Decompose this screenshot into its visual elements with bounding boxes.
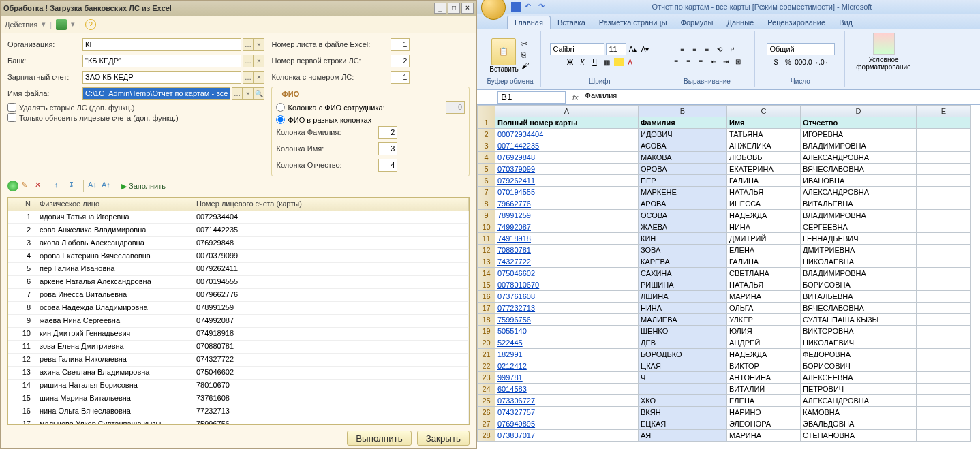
cell[interactable]: НАДЕЖДА — [727, 349, 801, 360]
cell[interactable]: НАТАЛЬЯ — [727, 279, 801, 291]
row-header[interactable]: 9 — [478, 210, 495, 221]
dec-indent-icon[interactable]: ⇤ — [708, 56, 719, 67]
cell[interactable]: 076929848 — [495, 152, 639, 164]
table-row[interactable]: 10кин Дмитрий Геннадьевич074918918 — [8, 328, 469, 341]
cell[interactable]: 0071442235 — [495, 140, 639, 152]
cell[interactable]: 70880781 — [495, 245, 639, 256]
cell[interactable]: МАКОВА — [639, 152, 727, 164]
cell[interactable]: ОСОВА — [639, 210, 727, 221]
sort-desc-icon[interactable]: A↑ — [102, 181, 112, 191]
input-first-row[interactable]: 2 — [391, 55, 410, 67]
open-file-icon[interactable]: 🔍 — [254, 87, 264, 100]
chk-delete-old[interactable] — [7, 103, 16, 112]
row-header[interactable]: 5 — [478, 164, 495, 175]
cell[interactable]: ОРОВА — [639, 164, 727, 175]
header-cell[interactable] — [917, 117, 971, 129]
table-row[interactable]: 2сова Анжелика Владимировна0071442235 — [8, 224, 469, 237]
row-header[interactable]: 14 — [478, 268, 495, 279]
cell[interactable] — [917, 268, 971, 279]
row-header[interactable]: 21 — [478, 349, 495, 360]
font-name-select[interactable] — [550, 43, 604, 55]
cell[interactable]: ИГОРЕВНА — [801, 129, 917, 140]
radio-fio-multi[interactable] — [276, 115, 285, 124]
cell[interactable] — [917, 140, 971, 152]
cell[interactable] — [917, 221, 971, 233]
cell[interactable] — [917, 349, 971, 360]
font-color-icon[interactable]: A — [625, 57, 636, 67]
radio-fio-single[interactable] — [276, 103, 285, 112]
cell[interactable]: БОРИСОВИЧ — [801, 360, 917, 372]
cell[interactable]: ВИТАЛИЙ — [727, 384, 801, 395]
cell[interactable]: ЕЦКАЯ — [639, 418, 727, 430]
input-salary-acc[interactable]: ЗАО КБ КЕДР — [82, 71, 241, 84]
cell[interactable] — [917, 175, 971, 187]
cell[interactable] — [917, 430, 971, 442]
align-mid-icon[interactable]: ≡ — [690, 44, 701, 55]
cell[interactable]: ОЛЬГА — [727, 303, 801, 314]
row-header[interactable]: 17 — [478, 303, 495, 314]
table-row[interactable]: 5пер Галина Ивановна0079262411 — [8, 263, 469, 276]
row-header[interactable]: 25 — [478, 395, 495, 407]
cell[interactable]: БОРИСОВНА — [801, 279, 917, 291]
input-col-ls[interactable]: 1 — [391, 71, 410, 84]
cell[interactable]: НИНА — [639, 303, 727, 314]
cell[interactable]: 6014583 — [495, 384, 639, 395]
tab-Разметка страницы[interactable]: Разметка страницы — [592, 16, 674, 29]
tab-Главная[interactable]: Главная — [507, 16, 551, 29]
align-top-icon[interactable]: ≡ — [677, 44, 688, 55]
cell[interactable]: ВИТАЛЬЕВНА — [801, 198, 917, 210]
cell[interactable]: ЗОВА — [639, 245, 727, 256]
cell[interactable]: КАМОВНА — [801, 407, 917, 418]
row-header[interactable]: 23 — [478, 372, 495, 384]
col-header-n[interactable]: N — [8, 198, 35, 211]
cell[interactable]: АЛЕКСАНДРОВНА — [801, 152, 917, 164]
copy-icon[interactable]: ⎘ — [521, 50, 531, 60]
cell[interactable]: ЖАЕВА — [639, 221, 727, 233]
cell[interactable] — [917, 372, 971, 384]
currency-icon[interactable]: $ — [771, 57, 782, 67]
cell[interactable]: 0078010670 — [495, 279, 639, 291]
cell[interactable]: 073306727 — [495, 395, 639, 407]
cell[interactable] — [917, 279, 971, 291]
clear-bank-button[interactable]: × — [254, 55, 264, 67]
italic-icon[interactable]: К — [577, 57, 588, 67]
move-up-icon[interactable]: ↕ — [55, 181, 65, 191]
cell[interactable]: ЭВАЛЬДОВНА — [801, 418, 917, 430]
row-header[interactable]: 27 — [478, 418, 495, 430]
grid-body[interactable]: 1идович Татьяна Игоревна00729344042сова … — [8, 211, 469, 424]
cell[interactable]: МАРКЕНЕ — [639, 187, 727, 198]
cell[interactable]: БОРОДЬКО — [639, 349, 727, 360]
cell[interactable]: АЛЕКСАНДРОВНА — [801, 187, 917, 198]
row-header[interactable]: 7 — [478, 187, 495, 198]
cell[interactable]: ВЯЧЕСЛАВОВНА — [801, 164, 917, 175]
chk-update-only[interactable] — [7, 113, 16, 122]
cell[interactable]: МАЛИЕВА — [639, 314, 727, 326]
percent-icon[interactable]: % — [783, 57, 794, 67]
border-icon[interactable]: ▦ — [602, 57, 613, 67]
cell[interactable]: ВЯЧЕСЛАВОВНА — [801, 303, 917, 314]
cell[interactable]: СУЛТАНПАША КЫЗЫ — [801, 314, 917, 326]
cell[interactable]: АСОВА — [639, 140, 727, 152]
cell[interactable]: ИНЕССА — [727, 198, 801, 210]
cell[interactable]: СТЕПАНОВНА — [801, 430, 917, 442]
cell[interactable] — [917, 164, 971, 175]
cell[interactable]: ВЛАДИМИРОВНА — [801, 140, 917, 152]
table-row[interactable]: 11зова Елена Дмитриевна070880781 — [8, 341, 469, 354]
cell[interactable]: 74327722 — [495, 256, 639, 268]
cell[interactable]: ЛЮБОВЬ — [727, 152, 801, 164]
worksheet[interactable]: ABCDE1Полный номер картыФамилияИмяОтчест… — [477, 105, 980, 449]
row-header[interactable]: 28 — [478, 430, 495, 442]
input-bank[interactable]: "КБ КЕДР" — [82, 55, 241, 67]
cell[interactable]: 75996756 — [495, 314, 639, 326]
cell[interactable]: АНЖЕЛИКА — [727, 140, 801, 152]
cell[interactable]: РИШИНА — [639, 279, 727, 291]
cell[interactable]: 00072934404 — [495, 129, 639, 140]
align-center-icon[interactable]: ≡ — [684, 56, 694, 67]
sel-file-button[interactable]: … — [232, 87, 243, 100]
delete-row-icon[interactable]: ✕ — [35, 181, 46, 191]
cell[interactable]: АЯ — [639, 430, 727, 442]
maximize-button[interactable]: □ — [448, 3, 460, 14]
inc-indent-icon[interactable]: ⇥ — [720, 56, 731, 67]
cell[interactable] — [917, 326, 971, 337]
fx-icon[interactable]: fx — [572, 93, 579, 102]
